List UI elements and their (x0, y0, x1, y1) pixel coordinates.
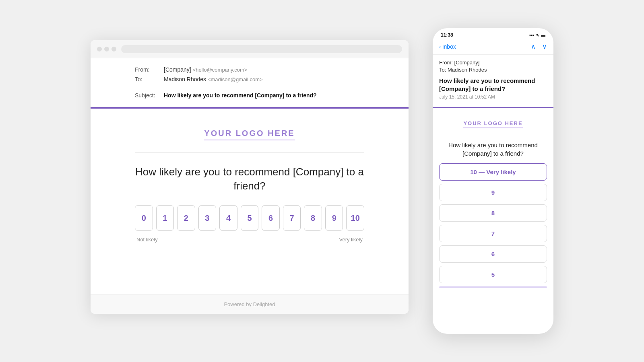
phone-question: How likely are you to recommend [Company… (439, 141, 547, 158)
phone-date: July 15, 2021 at 10:52 AM (439, 94, 547, 100)
label-very-likely: Very likely (339, 237, 363, 243)
battery-icon: ▬ (541, 33, 545, 37)
phone-back-button[interactable]: ‹ Inbox (439, 43, 456, 50)
phone-email-meta: From: [Company] To: Madison Rhodes How l… (433, 55, 553, 107)
phone-nps-item-7[interactable]: 7 (439, 225, 547, 242)
nps-btn-0[interactable]: 0 (135, 205, 153, 231)
scene: From: [Company] <hello@company.com> To: … (91, 28, 553, 334)
from-company: [Company] (164, 66, 191, 73)
email-from-row: From: [Company] <hello@company.com> (135, 66, 364, 73)
subject-value: How likely are you to recommend [Company… (164, 92, 317, 99)
phone-nav-arrows: ∧ ∨ (531, 43, 547, 50)
nps-btn-3[interactable]: 3 (198, 205, 217, 231)
nps-btn-7[interactable]: 7 (283, 205, 301, 231)
label-not-likely: Not likely (136, 237, 158, 243)
inbox-label: Inbox (442, 43, 456, 50)
phone-logo-text: YOUR LOGO HERE (463, 120, 522, 128)
phone-time: 11:38 (441, 32, 453, 38)
phone-status-icons: ▪▪▪ ∿ ▬ (529, 33, 545, 38)
phone-logo-area: YOUR LOGO HERE (439, 115, 547, 135)
phone-nps-list: 10 — Very likely 9 8 7 6 5 (439, 163, 547, 283)
phone-mockup: 11:38 ▪▪▪ ∿ ▬ ‹ Inbox ∧ ∨ From: [Company… (433, 28, 553, 334)
prev-email-icon[interactable]: ∧ (531, 43, 536, 50)
nps-btn-9[interactable]: 9 (325, 205, 343, 231)
nps-btn-5[interactable]: 5 (241, 205, 259, 231)
to-label: To: (135, 76, 159, 82)
phone-body: YOUR LOGO HERE How likely are you to rec… (433, 108, 553, 283)
to-email: <madison@gmail.com> (208, 76, 263, 82)
next-email-icon[interactable]: ∨ (542, 43, 547, 50)
phone-from: From: [Company] (439, 60, 547, 66)
logo-text: YOUR LOGO HERE (204, 129, 295, 140)
nps-btn-2[interactable]: 2 (177, 205, 195, 231)
email-subject-row: Subject: How likely are you to recommend… (135, 87, 364, 99)
browser-dot-green (111, 47, 116, 51)
phone-nps-item-10[interactable]: 10 — Very likely (439, 163, 547, 181)
phone-nav-bar: ‹ Inbox ∧ ∨ (433, 40, 553, 55)
phone-nps-item-8[interactable]: 8 (439, 204, 547, 222)
email-to-row: To: Madison Rhodes <madison@gmail.com> (135, 76, 364, 82)
from-email: <hello@company.com> (193, 67, 248, 73)
nps-btn-10[interactable]: 10 (346, 205, 364, 231)
subject-label: Subject: (135, 92, 159, 99)
browser-dot-yellow (104, 47, 109, 51)
footer-text: Powered by Delighted (224, 301, 275, 307)
from-value: [Company] <hello@company.com> (164, 66, 247, 73)
browser-address-bar (121, 45, 402, 53)
phone-nps-item-6[interactable]: 6 (439, 245, 547, 263)
phone-subject: How likely are you to recommend [Company… (439, 77, 547, 93)
nps-buttons: 0 1 2 3 4 5 6 7 8 9 10 (135, 205, 364, 231)
signal-icon: ▪▪▪ (529, 33, 534, 37)
email-headers: From: [Company] <hello@company.com> To: … (91, 58, 409, 107)
email-footer: Powered by Delighted (91, 294, 409, 314)
phone-status-bar: 11:38 ▪▪▪ ∿ ▬ (433, 28, 553, 40)
from-label: From: (135, 66, 159, 73)
nps-labels: Not likely Very likely (135, 237, 364, 243)
phone-nps-item-9[interactable]: 9 (439, 184, 547, 201)
email-body: YOUR LOGO HERE How likely are you to rec… (91, 109, 409, 255)
browser-dot-red (97, 47, 102, 51)
nps-btn-1[interactable]: 1 (156, 205, 174, 231)
browser-mockup: From: [Company] <hello@company.com> To: … (91, 40, 409, 314)
nps-btn-6[interactable]: 6 (262, 205, 280, 231)
survey-question: How likely are you to recommend [Company… (135, 165, 364, 193)
phone-to: To: Madison Rhodes (439, 67, 547, 73)
wifi-icon: ∿ (536, 33, 539, 38)
phone-nps-item-5[interactable]: 5 (439, 266, 547, 283)
logo-area: YOUR LOGO HERE (135, 121, 364, 153)
nps-btn-4[interactable]: 4 (219, 205, 237, 231)
phone-scroll-hint (439, 286, 547, 288)
browser-dots (97, 47, 116, 51)
to-value: Madison Rhodes <madison@gmail.com> (164, 76, 263, 82)
back-chevron-icon: ‹ (439, 43, 441, 50)
nps-btn-8[interactable]: 8 (304, 205, 322, 231)
to-name: Madison Rhodes (164, 76, 206, 82)
browser-chrome (91, 40, 409, 58)
